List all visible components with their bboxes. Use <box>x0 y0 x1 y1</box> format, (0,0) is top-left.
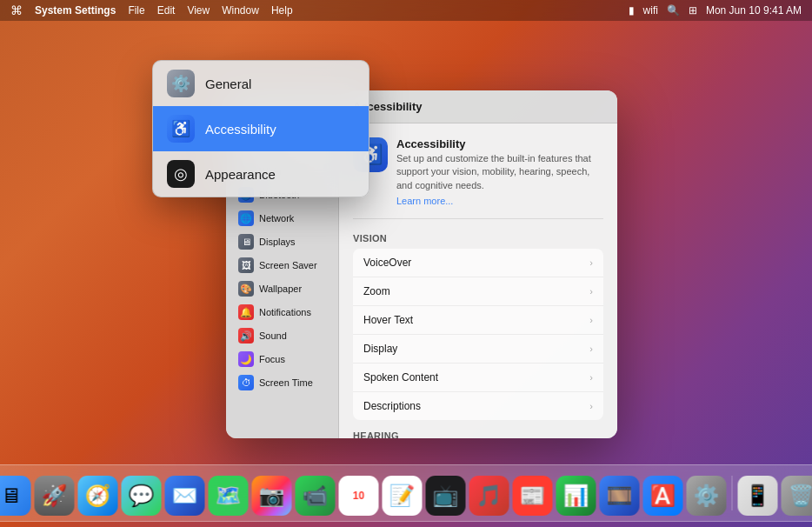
notifications-icon: 🔔 <box>238 304 254 320</box>
facetime-icon: 📹 <box>303 484 329 508</box>
launchpad-icon: 🚀 <box>42 484 68 508</box>
numbers-icon: 📊 <box>563 484 589 508</box>
descriptions-label: Descriptions <box>363 400 589 412</box>
maps-icon: 🗺️ <box>216 484 242 508</box>
network-label: Network <box>259 213 294 223</box>
hearing-section-title: Hearing <box>353 430 603 438</box>
dock-mail[interactable]: ✉️ <box>165 476 205 516</box>
sidebar-item-displays[interactable]: 🖥 Displays <box>230 230 335 253</box>
dock-appletv[interactable]: 📺 <box>426 476 466 516</box>
reminders-icon: 📝 <box>389 484 416 508</box>
sound-label: Sound <box>259 330 287 341</box>
system-settings-icon: ⚙️ <box>694 484 720 508</box>
zoom-row[interactable]: Zoom › <box>353 277 603 306</box>
dock-music[interactable]: 🎵 <box>469 476 509 516</box>
accessibility-description: Set up and customize the built-in featur… <box>396 152 603 192</box>
apple-menu-icon[interactable]: ⌘ <box>10 3 23 17</box>
appstore-icon: 🅰️ <box>650 484 676 508</box>
dock-finder[interactable]: 🖥 <box>0 476 31 516</box>
dock-trash[interactable]: 🗑️ <box>782 476 813 516</box>
appearance-menu-icon: ◎ <box>167 160 195 188</box>
dock-news[interactable]: 📰 <box>513 476 553 516</box>
hovertext-row[interactable]: Hover Text › <box>353 306 603 335</box>
sidebar-item-sound[interactable]: 🔊 Sound <box>230 324 335 347</box>
dock-photos[interactable]: 📷 <box>252 476 292 516</box>
desktop: ‹ › Accessibility 🔍 Search 📶 Wi-Fi 🔵 Blu… <box>0 21 812 464</box>
control-center-icon[interactable]: ⊞ <box>689 4 697 17</box>
voiceover-label: VoiceOver <box>363 257 589 269</box>
keynote-icon: 🎞️ <box>607 484 633 508</box>
learn-more-link[interactable]: Learn more... <box>396 196 453 206</box>
screensaver-icon: 🖼 <box>238 257 254 273</box>
sidebar-item-notifications[interactable]: 🔔 Notifications <box>230 301 335 324</box>
dock-system-settings[interactable]: ⚙️ <box>687 476 727 516</box>
accessibility-header: ♿ Accessibility Set up and customize the… <box>353 137 603 219</box>
dock-reminders[interactable]: 📝 <box>383 476 423 516</box>
dock-divider <box>732 476 733 510</box>
calendar-icon: 10 <box>353 490 364 502</box>
photos-icon: 📷 <box>259 484 285 508</box>
menu-item-general[interactable]: ⚙️ General <box>153 61 369 106</box>
dock-numbers[interactable]: 📊 <box>556 476 596 516</box>
focus-icon: 🌙 <box>238 351 254 367</box>
menu-item-appearance[interactable]: ◎ Appearance <box>153 151 369 197</box>
sidebar-item-network[interactable]: 🌐 Network <box>230 207 335 230</box>
dock: 🖥 🚀 🧭 💬 ✉️ 🗺️ 📷 📹 10 📝 📺 🎵 📰 📊 🎞️ 🅰️ <box>0 464 812 522</box>
display-chevron: › <box>589 344 593 354</box>
wallpaper-label: Wallpaper <box>259 284 302 294</box>
dock-keynote[interactable]: 🎞️ <box>600 476 640 516</box>
mail-icon: ✉️ <box>172 484 198 508</box>
appearance-menu-label: Appearance <box>205 167 276 182</box>
iphone-icon: 📱 <box>745 484 771 508</box>
menu-view[interactable]: View <box>187 4 210 17</box>
dock-messages[interactable]: 💬 <box>122 476 162 516</box>
menubar-right: ▮ wifi 🔍 ⊞ Mon Jun 10 9:41 AM <box>629 4 802 17</box>
menu-edit[interactable]: Edit <box>157 4 176 17</box>
spokencontent-chevron: › <box>589 372 593 383</box>
appletv-icon: 📺 <box>433 484 459 508</box>
main-content: ♿ Accessibility Set up and customize the… <box>339 123 617 438</box>
dock-safari[interactable]: 🧭 <box>78 476 118 516</box>
context-menu: ⚙️ General ♿ Accessibility ◎ Appearance <box>152 60 369 197</box>
spokencontent-row[interactable]: Spoken Content › <box>353 364 603 392</box>
sidebar-item-screensaver[interactable]: 🖼 Screen Saver <box>230 254 335 277</box>
dock-maps[interactable]: 🗺️ <box>209 476 249 516</box>
descriptions-row[interactable]: Descriptions › <box>353 392 603 420</box>
app-name[interactable]: System Settings <box>35 4 116 17</box>
accessibility-menu-icon: ♿ <box>167 115 195 143</box>
sidebar-item-focus[interactable]: 🌙 Focus <box>230 348 335 370</box>
accessibility-menu-label: Accessibility <box>205 122 276 137</box>
general-menu-label: General <box>205 77 251 91</box>
dock-appstore[interactable]: 🅰️ <box>643 476 683 516</box>
general-menu-icon: ⚙️ <box>167 70 195 97</box>
music-icon: 🎵 <box>476 484 503 508</box>
sidebar-item-wallpaper[interactable]: 🎨 Wallpaper <box>230 277 335 300</box>
dock-launchpad[interactable]: 🚀 <box>35 476 75 516</box>
network-icon: 🌐 <box>238 210 254 226</box>
menu-window[interactable]: Window <box>222 4 259 17</box>
displays-label: Displays <box>259 237 296 247</box>
dock-calendar[interactable]: 10 <box>339 476 379 516</box>
finder-icon: 🖥 <box>1 484 22 508</box>
sidebar-item-screentime[interactable]: ⏱ Screen Time <box>230 371 335 394</box>
dock-iphone[interactable]: 📱 <box>738 476 778 516</box>
voiceover-chevron: › <box>589 257 593 268</box>
spokencontent-label: Spoken Content <box>363 371 589 384</box>
zoom-chevron: › <box>589 286 593 297</box>
clock: Mon Jun 10 9:41 AM <box>706 4 802 17</box>
sound-icon: 🔊 <box>238 328 254 344</box>
voiceover-row[interactable]: VoiceOver › <box>353 249 603 277</box>
descriptions-chevron: › <box>589 401 593 411</box>
display-row[interactable]: Display › <box>353 335 603 364</box>
menu-item-accessibility[interactable]: ♿ Accessibility <box>153 106 369 151</box>
menu-file[interactable]: File <box>128 4 144 17</box>
screentime-icon: ⏱ <box>238 375 254 390</box>
safari-icon: 🧭 <box>85 484 111 508</box>
menubar-left: ⌘ System Settings File Edit View Window … <box>10 3 293 17</box>
display-label: Display <box>363 343 589 355</box>
news-icon: 📰 <box>520 484 546 508</box>
screentime-label: Screen Time <box>259 377 313 388</box>
menu-help[interactable]: Help <box>271 4 293 17</box>
dock-facetime[interactable]: 📹 <box>296 476 336 516</box>
search-menubar-icon[interactable]: 🔍 <box>667 4 680 17</box>
